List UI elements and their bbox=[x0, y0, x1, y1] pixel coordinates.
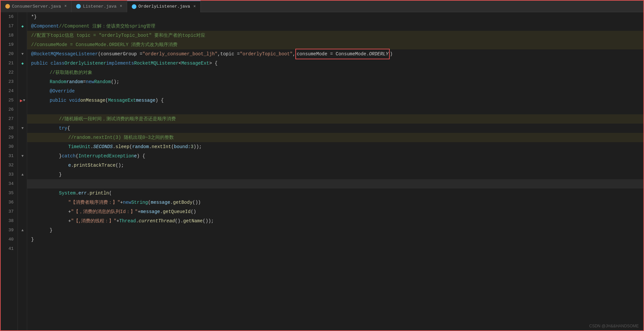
tab-label-listener: Listener.java bbox=[83, 4, 116, 9]
gutter-21: ◆ bbox=[18, 59, 27, 68]
code-line-25: public void onMessage(MessageExt message… bbox=[27, 96, 643, 105]
tab-icon-listener bbox=[76, 4, 81, 9]
code-area: 16 17 18 19 20 21 22 23 24 25 26 27 28 2… bbox=[1, 12, 643, 330]
code-line-37: + "【，消费的消息的队列Id：】" + message.getQueueId(… bbox=[27, 207, 643, 216]
gutter-24 bbox=[18, 86, 27, 96]
code-line-33: } bbox=[27, 170, 643, 179]
code-line-16: *} bbox=[27, 12, 643, 22]
tab-listener[interactable]: Listener.java × bbox=[72, 1, 127, 12]
code-line-19: //consumeMode = ConsumeMode.ORDERLY 消费方式… bbox=[27, 40, 643, 49]
code-line-40: } bbox=[27, 235, 643, 244]
line-num-21: 21 bbox=[3, 59, 14, 68]
line-num-23: 23 bbox=[3, 77, 14, 86]
fold-icon-39[interactable]: ▲ bbox=[22, 228, 24, 232]
gutter-34 bbox=[18, 179, 27, 189]
tab-close-consumerserver[interactable]: × bbox=[64, 4, 67, 9]
line-num-25: 25 bbox=[3, 96, 14, 105]
line-num-16: 16 bbox=[3, 12, 14, 22]
code-line-32: e.printStackTrace(); bbox=[27, 161, 643, 170]
gutter-17: ◆ bbox=[18, 22, 27, 31]
line-num-39: 39 bbox=[3, 226, 14, 235]
gutter-28: ▼ bbox=[18, 124, 27, 133]
leaf-icon-17: ◆ bbox=[21, 24, 24, 29]
code-line-22: //获取随机数的对象 bbox=[27, 68, 643, 77]
code-line-30: TimeUnit.SECONDS.sleep(random.nextInt( b… bbox=[27, 142, 643, 151]
fold-icon-33[interactable]: ▲ bbox=[22, 173, 24, 177]
code-line-27: //随机睡眠一段时间，测试消费的顺序是否还是顺序消费 bbox=[27, 114, 643, 124]
tab-bar: ConsumerServer.java × Listener.java × Or… bbox=[1, 1, 643, 12]
code-line-28: try { bbox=[27, 124, 643, 133]
tab-icon-orderlylistener bbox=[132, 4, 136, 9]
line-num-37: 37 bbox=[3, 207, 14, 216]
red-box-highlight: consumeMode = ConsumeMode.ORDERLY bbox=[295, 49, 390, 59]
gutter-30 bbox=[18, 142, 27, 151]
code-line-29: //random.nextInt(3) 随机出现0~3之间的整数 bbox=[27, 133, 643, 142]
code-line-18: //配置下topic信息 topic = "orderlyTopic_boot"… bbox=[27, 31, 643, 40]
line-num-20: 20 bbox=[3, 49, 14, 59]
tab-close-orderlylistener[interactable]: × bbox=[193, 4, 196, 9]
line-num-35: 35 bbox=[3, 189, 14, 198]
line-num-38: 38 bbox=[3, 216, 14, 226]
line-num-17: 17 bbox=[3, 22, 14, 31]
code-line-36: "【消费者顺序消费：】"+new String(message.getBody(… bbox=[27, 198, 643, 207]
line-num-33: 33 bbox=[3, 170, 14, 179]
code-line-24: @Override bbox=[27, 86, 643, 96]
line-num-36: 36 bbox=[3, 198, 14, 207]
fold-icon-28[interactable]: ▼ bbox=[22, 126, 24, 130]
tab-label-orderlylistener: OrderlyListener.java bbox=[138, 4, 190, 9]
gutter-32 bbox=[18, 161, 27, 170]
gutter-31: ▼ bbox=[18, 151, 27, 161]
line-num-32: 32 bbox=[3, 161, 14, 170]
gutter-35 bbox=[18, 189, 27, 198]
code-line-34 bbox=[27, 179, 643, 189]
line-num-41: 41 bbox=[3, 244, 14, 253]
fold-icon-31[interactable]: ▼ bbox=[22, 154, 24, 158]
leaf-icon-21: ◆ bbox=[21, 61, 24, 66]
gutter-33: ▲ bbox=[18, 170, 27, 179]
gutter-19 bbox=[18, 40, 27, 49]
line-num-19: 19 bbox=[3, 40, 14, 49]
fold-icon-20[interactable]: ▼ bbox=[22, 52, 24, 56]
gutter-29 bbox=[18, 133, 27, 142]
gutter-40 bbox=[18, 235, 27, 244]
line-num-24: 24 bbox=[3, 86, 14, 96]
code-line-35: System.err.println( bbox=[27, 189, 643, 198]
line-num-22: 22 bbox=[3, 68, 14, 77]
code-line-38: + "【,消费的线程：】" + Thread.currentThread().g… bbox=[27, 216, 643, 226]
line-numbers: 16 17 18 19 20 21 22 23 24 25 26 27 28 2… bbox=[1, 12, 18, 330]
tab-icon-consumerserver bbox=[5, 4, 10, 9]
gutter-25: ▶ ▼ bbox=[18, 96, 27, 105]
gutter-36 bbox=[18, 198, 27, 207]
line-num-31: 31 bbox=[3, 151, 14, 161]
line-num-27: 27 bbox=[3, 114, 14, 124]
line-num-18: 18 bbox=[3, 31, 14, 40]
gutter-38 bbox=[18, 216, 27, 226]
line-num-28: 28 bbox=[3, 124, 14, 133]
gutter-22 bbox=[18, 68, 27, 77]
code-line-39: } bbox=[27, 226, 643, 235]
gutter-41 bbox=[18, 244, 27, 253]
line-num-29: 29 bbox=[3, 133, 14, 142]
gutter-27 bbox=[18, 114, 27, 124]
code-line-31: } catch (InterruptedException e) { bbox=[27, 151, 643, 161]
line-num-30: 30 bbox=[3, 142, 14, 151]
code-line-17: @Component //Component 注解：使该类交给spring管理 bbox=[27, 22, 643, 31]
code-line-23: Random random = new Random(); bbox=[27, 77, 643, 86]
gutter-20: ▼ bbox=[18, 49, 27, 59]
code-line-21: public class OrderlyListener implements … bbox=[27, 59, 643, 68]
gutter-16 bbox=[18, 12, 27, 22]
fold-icon-25[interactable]: ▼ bbox=[23, 98, 25, 102]
tab-orderlylistener[interactable]: OrderlyListener.java × bbox=[127, 1, 201, 12]
code-line-20: @RocketMQMessageListener(consumerGroup =… bbox=[27, 49, 643, 59]
line-num-40: 40 bbox=[3, 235, 14, 244]
gutter-37 bbox=[18, 207, 27, 216]
tab-close-listener[interactable]: × bbox=[120, 4, 122, 9]
tab-consumerserver[interactable]: ConsumerServer.java × bbox=[1, 1, 72, 12]
editor-container: ConsumerServer.java × Listener.java × Or… bbox=[0, 0, 644, 331]
watermark: CSDN @JH&&HANDSOME bbox=[589, 324, 639, 328]
code-lines: *} @Component //Component 注解：使该类交给spring… bbox=[27, 12, 643, 330]
line-num-26: 26 bbox=[3, 105, 14, 114]
gutter-18 bbox=[18, 31, 27, 40]
gutter-column: ◆ ▼ ◆ ▶ ▼ ▼ ▼ bbox=[18, 12, 27, 330]
code-line-26 bbox=[27, 105, 643, 114]
